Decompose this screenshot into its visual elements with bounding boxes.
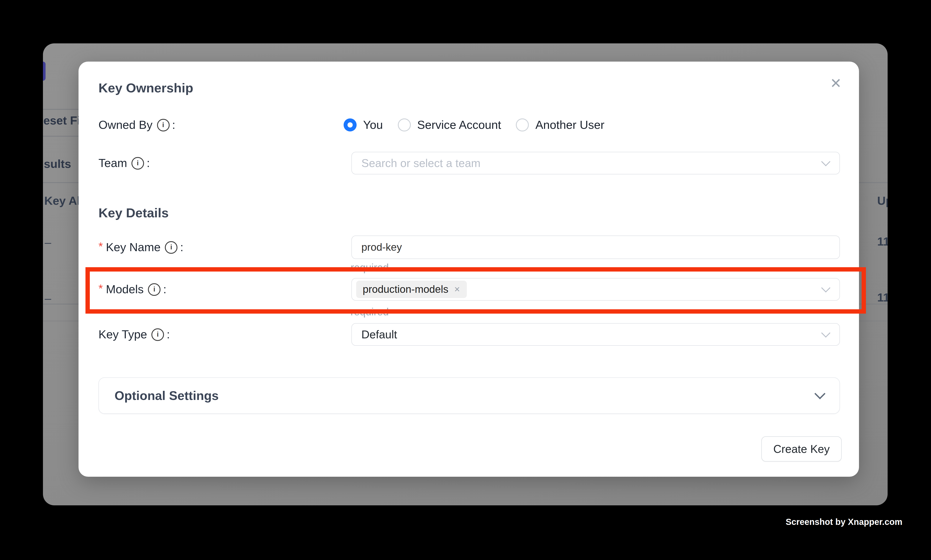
radio-option-you[interactable]: You <box>343 118 383 132</box>
team-select[interactable]: Search or select a team <box>351 152 840 174</box>
key-name-required-message: required <box>351 262 389 274</box>
owned-by-label: Owned By i : <box>98 118 175 132</box>
screenshot-stage: eset Filt sults Key Alia Up – 11/ – 11/ … <box>0 0 931 560</box>
key-type-label-text: Key Type <box>98 328 147 341</box>
key-name-label-text: Key Name <box>106 240 160 254</box>
remove-tag-icon[interactable]: ✕ <box>454 285 460 294</box>
colon: : <box>166 328 170 341</box>
key-name-value: prod-key <box>362 241 402 253</box>
optional-settings-title: Optional Settings <box>114 388 219 403</box>
key-name-label: * Key Name i : <box>98 240 183 255</box>
table-row: 11/ <box>877 291 888 305</box>
info-icon[interactable]: i <box>151 328 164 341</box>
watermark-text: Screenshot by Xnapper.com <box>786 517 902 527</box>
table-row: 11/ <box>877 235 888 249</box>
owned-by-radio-group: You Service Account Another User <box>343 118 619 132</box>
models-required-message: required <box>351 306 389 318</box>
required-asterisk: * <box>98 241 103 252</box>
table-row: – <box>45 236 51 249</box>
chevron-down-icon <box>814 388 826 399</box>
models-select[interactable]: production-models ✕ <box>351 278 840 301</box>
create-key-modal: Key Ownership ✕ Owned By i : You Service… <box>78 62 859 477</box>
team-label: Team i : <box>98 156 150 171</box>
models-label-text: Models <box>106 283 144 296</box>
colon: : <box>172 118 175 132</box>
key-type-label: Key Type i : <box>98 327 170 342</box>
table-row: – <box>45 292 51 305</box>
key-type-select[interactable]: Default <box>351 323 840 346</box>
results-count-fragment: sults <box>44 157 71 171</box>
info-icon[interactable]: i <box>148 283 160 295</box>
team-select-placeholder: Search or select a team <box>362 156 480 170</box>
create-key-button[interactable]: Create Key <box>762 436 842 462</box>
owned-by-label-text: Owned By <box>98 118 152 132</box>
colon: : <box>163 283 166 296</box>
key-type-value: Default <box>362 328 397 341</box>
radio-option-another-user[interactable]: Another User <box>516 118 604 132</box>
models-label: * Models i : <box>98 282 166 297</box>
close-icon[interactable]: ✕ <box>830 76 842 90</box>
chevron-down-icon <box>821 328 830 337</box>
radio-label: Another User <box>536 118 604 132</box>
chevron-down-icon <box>821 283 830 292</box>
team-label-text: Team <box>98 156 127 170</box>
required-asterisk: * <box>98 283 103 294</box>
radio-unselected-icon[interactable] <box>398 118 411 131</box>
model-tag-label: production-models <box>363 283 448 295</box>
optional-settings-panel[interactable]: Optional Settings <box>98 377 840 414</box>
section-title-key-details: Key Details <box>98 206 169 220</box>
info-icon[interactable]: i <box>131 157 144 169</box>
chevron-down-icon <box>821 157 830 166</box>
radio-unselected-icon[interactable] <box>516 118 529 131</box>
radio-label: Service Account <box>417 118 501 132</box>
column-header-updated: Up <box>877 194 888 208</box>
info-icon[interactable]: i <box>165 241 177 254</box>
colon: : <box>180 240 183 254</box>
radio-option-service-account[interactable]: Service Account <box>398 118 501 132</box>
section-title-key-ownership: Key Ownership <box>98 81 193 95</box>
info-icon[interactable]: i <box>157 118 169 131</box>
key-name-input[interactable]: prod-key <box>351 235 840 259</box>
create-key-button-fragment[interactable] <box>43 62 46 81</box>
colon: : <box>147 156 150 170</box>
radio-label: You <box>363 118 383 132</box>
model-tag: production-models ✕ <box>356 281 466 298</box>
radio-selected-icon[interactable] <box>343 118 357 131</box>
